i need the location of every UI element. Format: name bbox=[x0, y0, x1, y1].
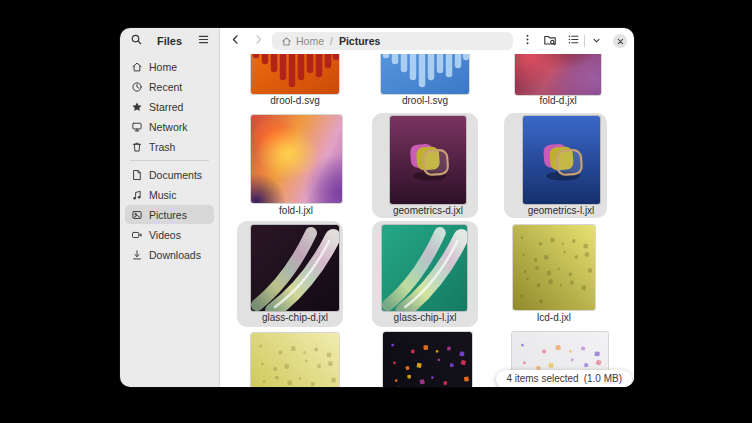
sidebar-item-music[interactable]: Music bbox=[125, 185, 214, 204]
trash-icon bbox=[131, 141, 143, 153]
sidebar-item-label: Documents bbox=[149, 169, 202, 181]
videos-icon bbox=[131, 229, 143, 241]
file-thumbnail-fold-l.jxl[interactable] bbox=[251, 115, 342, 203]
search-icon bbox=[130, 33, 143, 49]
sidebar-nav: HomeRecentStarredNetworkTrashDocumentsMu… bbox=[120, 54, 219, 265]
view-options-dropdown[interactable] bbox=[587, 32, 605, 50]
sidebar-item-label: Music bbox=[149, 189, 176, 201]
file-thumbnail[interactable] bbox=[383, 332, 472, 387]
file-name: glass-chip-l.jxl bbox=[360, 312, 490, 324]
home-icon bbox=[131, 61, 143, 73]
chevron-down-icon bbox=[591, 34, 602, 49]
list-view-button[interactable] bbox=[564, 32, 582, 50]
sidebar-item-network[interactable]: Network bbox=[125, 117, 214, 136]
downloads-icon bbox=[131, 249, 143, 261]
file-thumbnail-geometrics-l.jxl[interactable] bbox=[523, 116, 600, 204]
file-thumbnail-drool-d.svg[interactable] bbox=[251, 54, 339, 94]
search-button[interactable] bbox=[127, 32, 145, 50]
file-thumbnail-drool-l.svg[interactable] bbox=[381, 54, 469, 94]
file-grid: drool-d.svgdrool-l.svgfold-d.jxlfold-l.j… bbox=[220, 54, 634, 387]
list-view-icon bbox=[567, 33, 580, 49]
file-name: fold-d.jxl bbox=[493, 95, 623, 107]
sidebar-item-downloads[interactable]: Downloads bbox=[125, 245, 214, 264]
breadcrumb-separator: / bbox=[330, 35, 333, 47]
sidebar-header: Files bbox=[120, 28, 219, 54]
home-small-icon bbox=[281, 36, 292, 47]
file-name: geometrics-l.jxl bbox=[496, 205, 626, 217]
folder-search-icon bbox=[543, 33, 557, 50]
headerbar: Home / Pictures bbox=[220, 28, 634, 54]
sidebar-item-label: Downloads bbox=[149, 249, 201, 261]
sidebar-item-label: Trash bbox=[149, 141, 175, 153]
breadcrumb-root[interactable]: Home bbox=[296, 35, 324, 47]
chevron-left-icon bbox=[229, 33, 242, 49]
sidebar-item-documents[interactable]: Documents bbox=[125, 165, 214, 184]
pictures-icon bbox=[131, 209, 143, 221]
sidebar-item-starred[interactable]: Starred bbox=[125, 97, 214, 116]
sidebar-item-videos[interactable]: Videos bbox=[125, 225, 214, 244]
chevron-right-icon bbox=[252, 33, 265, 49]
breadcrumb-current[interactable]: Pictures bbox=[339, 35, 380, 47]
forward-button[interactable] bbox=[249, 32, 267, 50]
file-thumbnail[interactable] bbox=[251, 333, 339, 387]
recent-icon bbox=[131, 81, 143, 93]
sidebar-item-label: Videos bbox=[149, 229, 181, 241]
file-thumbnail-glass-chip-d.jxl[interactable] bbox=[251, 225, 339, 311]
sidebar-item-label: Home bbox=[149, 61, 177, 73]
view-split-divider bbox=[584, 35, 585, 47]
view-switcher bbox=[564, 32, 605, 50]
back-button[interactable] bbox=[226, 32, 244, 50]
close-window-button[interactable] bbox=[613, 34, 627, 48]
main-menu-button[interactable] bbox=[194, 32, 212, 50]
file-thumbnail-fold-d.jxl[interactable] bbox=[515, 54, 601, 95]
sidebar-item-home[interactable]: Home bbox=[125, 57, 214, 76]
sidebar-item-label: Pictures bbox=[149, 209, 187, 221]
app-title: Files bbox=[149, 35, 190, 47]
music-icon bbox=[131, 189, 143, 201]
sidebar-item-label: Recent bbox=[149, 81, 182, 93]
selection-size: (1.0 MB) bbox=[584, 373, 622, 384]
files-window: Files HomeRecentStarredNetworkTrashDocum… bbox=[120, 28, 634, 387]
file-thumbnail-geometrics-d.jxl[interactable] bbox=[390, 116, 466, 204]
selection-count: 4 items selected bbox=[506, 373, 578, 384]
kebab-menu-icon bbox=[521, 33, 534, 49]
file-thumbnail-lcd-d.jxl[interactable] bbox=[513, 225, 595, 310]
main-pane: Home / Pictures bbox=[220, 28, 634, 387]
file-thumbnail-glass-chip-l.jxl[interactable] bbox=[382, 225, 467, 311]
sidebar-item-label: Network bbox=[149, 121, 188, 133]
sidebar-item-pictures[interactable]: Pictures bbox=[125, 205, 214, 224]
file-name: glass-chip-d.jxl bbox=[230, 312, 360, 324]
file-name: fold-l.jxl bbox=[231, 205, 361, 217]
selection-status: 4 items selected (1.0 MB) bbox=[496, 370, 632, 387]
file-name: geometrics-d.jxl bbox=[363, 205, 493, 217]
sidebar: Files HomeRecentStarredNetworkTrashDocum… bbox=[120, 28, 220, 387]
starred-icon bbox=[131, 101, 143, 113]
network-icon bbox=[131, 121, 143, 133]
sidebar-item-trash[interactable]: Trash bbox=[125, 137, 214, 156]
documents-icon bbox=[131, 169, 143, 181]
desktop-background: Files HomeRecentStarredNetworkTrashDocum… bbox=[0, 0, 752, 423]
menu-button[interactable] bbox=[518, 32, 536, 50]
sidebar-item-recent[interactable]: Recent bbox=[125, 77, 214, 96]
sidebar-divider bbox=[130, 160, 209, 161]
hamburger-icon bbox=[197, 33, 210, 49]
file-name: drool-d.svg bbox=[230, 95, 360, 107]
breadcrumb[interactable]: Home / Pictures bbox=[272, 32, 513, 50]
sidebar-item-label: Starred bbox=[149, 101, 183, 113]
close-icon bbox=[616, 34, 625, 49]
file-name: lcd-d.jxl bbox=[489, 312, 619, 324]
file-name: drool-l.svg bbox=[360, 95, 490, 107]
search-folder-button[interactable] bbox=[541, 32, 559, 50]
